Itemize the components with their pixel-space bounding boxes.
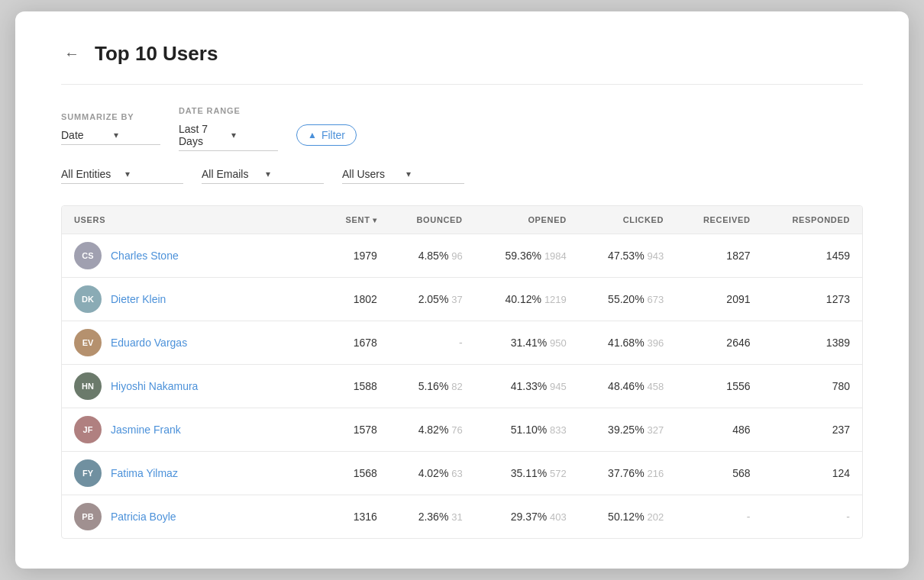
back-button[interactable]: ← bbox=[61, 45, 82, 63]
table-row: PBPatricia Boyle13162.36% 3129.37% 40350… bbox=[62, 495, 862, 539]
email-select[interactable]: All Emails ▾ bbox=[202, 165, 324, 184]
responded-6: - bbox=[763, 495, 862, 539]
summarize-by-select[interactable]: Date ▾ bbox=[61, 126, 160, 145]
user-info-3: HNHiyoshi Nakamura bbox=[74, 365, 309, 408]
summarize-by-group: SUMMARIZE BY Date ▾ bbox=[61, 112, 160, 145]
avatar-4: JF bbox=[74, 416, 102, 443]
clicked-3: 48.46% 458 bbox=[579, 365, 676, 408]
filter-arrow-icon: ▲ bbox=[308, 130, 317, 140]
sent-0: 1979 bbox=[321, 234, 389, 278]
bounced-3: 5.16% 82 bbox=[389, 365, 475, 408]
bounced-6: 2.36% 31 bbox=[389, 495, 475, 539]
sent-2: 1678 bbox=[321, 321, 389, 365]
header-divider bbox=[61, 84, 863, 85]
user-cell-4: JFJasmine Frank bbox=[62, 408, 321, 452]
responded-5: 124 bbox=[763, 452, 862, 495]
bounced-5: 4.02% 63 bbox=[389, 452, 475, 495]
table-row: EVEduardo Vargas1678-31.41% 95041.68% 39… bbox=[62, 321, 862, 365]
sort-icon: ▾ bbox=[373, 216, 377, 224]
user-cell-5: FYFatima Yilmaz bbox=[62, 452, 321, 495]
responded-1: 1273 bbox=[763, 278, 862, 321]
user-name-6[interactable]: Patricia Boyle bbox=[111, 511, 176, 523]
entity-chevron: ▾ bbox=[125, 169, 183, 179]
received-3: 1556 bbox=[676, 365, 762, 408]
received-6: - bbox=[676, 495, 762, 539]
col-header-received: RECEIVED bbox=[676, 206, 762, 234]
user-info-2: EVEduardo Vargas bbox=[74, 321, 309, 364]
user-name-1[interactable]: Dieter Klein bbox=[111, 293, 166, 305]
user-info-4: JFJasmine Frank bbox=[74, 408, 309, 451]
user-name-4[interactable]: Jasmine Frank bbox=[111, 424, 181, 436]
filters-section: SUMMARIZE BY Date ▾ DATE RANGE Last 7 Da… bbox=[61, 106, 863, 184]
user-name-0[interactable]: Charles Stone bbox=[111, 250, 179, 262]
user-select[interactable]: All Users ▾ bbox=[342, 165, 464, 184]
email-chevron: ▾ bbox=[266, 169, 324, 179]
user-value: All Users bbox=[342, 168, 400, 180]
avatar-0: CS bbox=[74, 242, 102, 269]
clicked-2: 41.68% 396 bbox=[579, 321, 676, 365]
filter-label-text: Filter bbox=[321, 129, 345, 141]
filter-row-2: All Entities ▾ All Emails ▾ All Users ▾ bbox=[61, 165, 863, 184]
received-5: 568 bbox=[676, 452, 762, 495]
clicked-0: 47.53% 943 bbox=[579, 234, 676, 278]
entity-value: All Entities bbox=[61, 168, 119, 180]
user-cell-1: DKDieter Klein bbox=[62, 278, 321, 321]
data-table-container: USERS SENT ▾ BOUNCED OPENED CLICKED RECE… bbox=[61, 205, 863, 539]
opened-2: 31.41% 950 bbox=[475, 321, 579, 365]
responded-2: 1389 bbox=[763, 321, 862, 365]
user-cell-3: HNHiyoshi Nakamura bbox=[62, 365, 321, 408]
user-name-3[interactable]: Hiyoshi Nakamura bbox=[111, 380, 198, 392]
opened-6: 29.37% 403 bbox=[475, 495, 579, 539]
page-title: Top 10 Users bbox=[95, 42, 218, 66]
col-header-responded: RESPONDED bbox=[763, 206, 862, 234]
filter-button[interactable]: ▲ Filter bbox=[296, 124, 357, 146]
opened-0: 59.36% 1984 bbox=[475, 234, 579, 278]
date-range-value: Last 7 Days bbox=[179, 123, 225, 147]
date-range-select[interactable]: Last 7 Days ▾ bbox=[179, 120, 278, 151]
user-name-2[interactable]: Eduardo Vargas bbox=[111, 337, 187, 349]
sent-3: 1588 bbox=[321, 365, 389, 408]
responded-3: 780 bbox=[763, 365, 862, 408]
table-row: FYFatima Yilmaz15684.02% 6335.11% 57237.… bbox=[62, 452, 862, 495]
table-row: CSCharles Stone19794.85% 9659.36% 198447… bbox=[62, 234, 862, 278]
user-info-1: DKDieter Klein bbox=[74, 278, 309, 321]
entity-select[interactable]: All Entities ▾ bbox=[61, 165, 183, 184]
clicked-1: 55.20% 673 bbox=[579, 278, 676, 321]
summarize-by-chevron: ▾ bbox=[114, 130, 160, 140]
received-1: 2091 bbox=[676, 278, 762, 321]
bounced-1: 2.05% 37 bbox=[389, 278, 475, 321]
responded-0: 1459 bbox=[763, 234, 862, 278]
user-name-5[interactable]: Fatima Yilmaz bbox=[111, 467, 178, 479]
date-range-chevron: ▾ bbox=[231, 130, 278, 140]
bounced-2: - bbox=[389, 321, 475, 365]
opened-4: 51.10% 833 bbox=[475, 408, 579, 452]
date-range-label: DATE RANGE bbox=[179, 106, 278, 115]
avatar-2: EV bbox=[74, 329, 102, 356]
col-header-sent[interactable]: SENT ▾ bbox=[321, 206, 389, 234]
sent-5: 1568 bbox=[321, 452, 389, 495]
user-chevron: ▾ bbox=[406, 169, 464, 179]
received-0: 1827 bbox=[676, 234, 762, 278]
table-row: JFJasmine Frank15784.82% 7651.10% 83339.… bbox=[62, 408, 862, 452]
opened-1: 40.12% 1219 bbox=[475, 278, 579, 321]
main-window: ← Top 10 Users SUMMARIZE BY Date ▾ DATE … bbox=[15, 11, 909, 569]
table-header-row: USERS SENT ▾ BOUNCED OPENED CLICKED RECE… bbox=[62, 206, 862, 234]
sent-4: 1578 bbox=[321, 408, 389, 452]
email-value: All Emails bbox=[202, 168, 260, 180]
sent-6: 1316 bbox=[321, 495, 389, 539]
avatar-1: DK bbox=[74, 285, 102, 313]
table-row: DKDieter Klein18022.05% 3740.12% 121955.… bbox=[62, 278, 862, 321]
user-cell-6: PBPatricia Boyle bbox=[62, 495, 321, 539]
sent-1: 1802 bbox=[321, 278, 389, 321]
bounced-4: 4.82% 76 bbox=[389, 408, 475, 452]
responded-4: 237 bbox=[763, 408, 862, 452]
clicked-5: 37.76% 216 bbox=[579, 452, 676, 495]
page-header: ← Top 10 Users bbox=[61, 42, 863, 66]
filter-row-1: SUMMARIZE BY Date ▾ DATE RANGE Last 7 Da… bbox=[61, 106, 863, 151]
clicked-6: 50.12% 202 bbox=[579, 495, 676, 539]
table-row: HNHiyoshi Nakamura15885.16% 8241.33% 945… bbox=[62, 365, 862, 408]
bounced-0: 4.85% 96 bbox=[389, 234, 475, 278]
user-info-0: CSCharles Stone bbox=[74, 234, 309, 277]
user-cell-0: CSCharles Stone bbox=[62, 234, 321, 278]
avatar-3: HN bbox=[74, 372, 102, 400]
